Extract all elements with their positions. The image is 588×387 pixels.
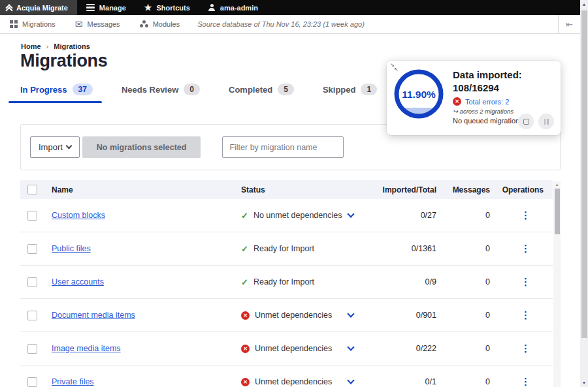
acquia-migrate-app: Acquia Migrate Manage ★ Shortcuts ama-ad… bbox=[0, 0, 588, 387]
collapse-handle-icon[interactable]: ↘↖ bbox=[390, 63, 400, 73]
tab-skipped[interactable]: Skipped 1 bbox=[323, 84, 377, 103]
toolbar-collapse-button[interactable]: ⇤ bbox=[558, 15, 580, 34]
nav-migrations[interactable]: Migrations bbox=[0, 20, 65, 28]
stop-button[interactable] bbox=[518, 114, 534, 129]
total-errors-link[interactable]: Total errors: 2 bbox=[465, 98, 509, 106]
table-scrollbar-thumb[interactable] bbox=[555, 189, 560, 234]
messages-count: 0 bbox=[440, 211, 494, 220]
table-row: Private files ✓ ✕ Unmet dependencies 0/1… bbox=[20, 365, 553, 387]
shortcuts-menu[interactable]: ★ Shortcuts bbox=[135, 0, 199, 15]
imported-total-value: 0/222 bbox=[372, 344, 440, 353]
messages-count: 0 bbox=[440, 277, 494, 286]
breadcrumb-current: Migrations bbox=[54, 42, 90, 50]
row-checkbox[interactable] bbox=[27, 277, 37, 287]
migrations-table: Name Status Imported/Total Messages Oper… bbox=[20, 180, 561, 387]
migration-name-link[interactable]: Private files bbox=[52, 377, 94, 386]
pause-button[interactable] bbox=[538, 114, 554, 129]
migration-name-link[interactable]: Public files bbox=[52, 244, 91, 253]
row-checkbox[interactable] bbox=[27, 344, 37, 354]
table-scrollbar[interactable]: ▲ bbox=[553, 181, 561, 387]
import-progress-popup: ↘↖ 11.90% Data imported: 108/16294 ✕ Tot… bbox=[387, 61, 561, 135]
tab-needs-review[interactable]: Needs Review 0 bbox=[122, 84, 200, 103]
row-checkbox[interactable] bbox=[27, 377, 37, 387]
imported-total-value: 0/1361 bbox=[372, 244, 440, 253]
row-checkbox[interactable] bbox=[27, 244, 37, 254]
header-imported-total: Imported/Total bbox=[372, 185, 440, 194]
migration-filter-input[interactable] bbox=[222, 136, 344, 158]
scroll-up-icon[interactable]: ▲ bbox=[553, 183, 561, 187]
table-row: Public files ✓ ✕ Ready for Import 0/1361… bbox=[20, 232, 553, 266]
stop-icon bbox=[523, 119, 529, 125]
tab-count-badge: 0 bbox=[184, 84, 200, 95]
messages-count: 0 bbox=[440, 344, 494, 353]
migration-name-link[interactable]: User accounts bbox=[52, 277, 104, 286]
tab-count-badge: 5 bbox=[278, 84, 294, 95]
envelope-icon: ✉ bbox=[75, 20, 83, 29]
success-check-icon: ✓ bbox=[241, 244, 248, 254]
operations-menu-button[interactable]: ⋮ bbox=[494, 344, 553, 353]
row-checkbox[interactable] bbox=[27, 311, 37, 320]
scroll-up-icon[interactable]: ▲ bbox=[580, 2, 588, 7]
secondary-toolbar: Migrations ✉ Messages Modules Source dat… bbox=[0, 15, 580, 34]
tab-label: Completed bbox=[229, 85, 272, 95]
migration-name-link[interactable]: Image media items bbox=[52, 344, 121, 353]
modules-icon bbox=[140, 20, 148, 28]
tab-count-badge: 37 bbox=[73, 84, 93, 95]
selection-status-button: No migrations selected bbox=[82, 136, 201, 158]
tab-label: Needs Review bbox=[122, 85, 178, 95]
source-database-note: Source database of Thu Nov 16, 23:23 (1 … bbox=[197, 20, 365, 28]
status-text: Unmet dependencies bbox=[255, 311, 332, 320]
pause-icon bbox=[544, 119, 549, 125]
nav-messages-label: Messages bbox=[87, 20, 120, 28]
table-row: Custom blocks ✓ ✕ No unmet dependencies … bbox=[20, 199, 553, 232]
migration-name-link[interactable]: Document media items bbox=[52, 311, 135, 320]
imported-total-value: 0/9 bbox=[372, 277, 440, 286]
expand-chevron-icon[interactable] bbox=[347, 210, 354, 217]
messages-count: 0 bbox=[440, 311, 494, 320]
user-menu[interactable]: ama-admin bbox=[199, 0, 267, 15]
table-row: Document media items ✓ ✕ Unmet dependenc… bbox=[20, 299, 553, 332]
progress-percent: 11.90% bbox=[402, 89, 436, 100]
status-text: Unmet dependencies bbox=[255, 344, 332, 353]
operations-menu-button[interactable]: ⋮ bbox=[494, 244, 553, 253]
breadcrumb-home[interactable]: Home bbox=[21, 42, 41, 50]
nav-modules[interactable]: Modules bbox=[130, 20, 190, 28]
operations-menu-button[interactable]: ⋮ bbox=[494, 377, 553, 386]
expand-chevron-icon[interactable] bbox=[347, 377, 354, 384]
row-checkbox[interactable] bbox=[27, 211, 37, 221]
operations-menu-button[interactable]: ⋮ bbox=[494, 211, 553, 220]
nav-messages[interactable]: ✉ Messages bbox=[65, 20, 130, 29]
tab-completed[interactable]: Completed 5 bbox=[229, 84, 294, 103]
tab-in-progress[interactable]: In Progress 37 bbox=[20, 84, 93, 103]
operations-menu-button[interactable]: ⋮ bbox=[494, 277, 553, 286]
migration-name-link[interactable]: Custom blocks bbox=[52, 211, 105, 220]
status-text: Unmet dependencies bbox=[255, 377, 332, 386]
page-scrollbar-thumb[interactable] bbox=[581, 10, 587, 338]
import-dropdown-button[interactable]: Import bbox=[30, 136, 80, 158]
expand-chevron-icon[interactable] bbox=[347, 310, 354, 317]
header-messages: Messages bbox=[440, 185, 494, 194]
table-row: Image media items ✓ ✕ Unmet dependencies… bbox=[20, 332, 553, 365]
admin-toolbar: Acquia Migrate Manage ★ Shortcuts ama-ad… bbox=[0, 0, 580, 15]
page-scrollbar[interactable]: ▲ ▼ bbox=[580, 0, 588, 387]
success-check-icon: ✓ bbox=[241, 277, 248, 287]
expand-chevron-icon[interactable] bbox=[347, 343, 354, 350]
nav-modules-label: Modules bbox=[153, 20, 180, 28]
hamburger-icon bbox=[86, 4, 95, 12]
tab-count-badge: 1 bbox=[361, 84, 377, 95]
brand-acquia-migrate[interactable]: Acquia Migrate bbox=[0, 0, 77, 15]
grid-icon bbox=[10, 20, 13, 23]
messages-count: 0 bbox=[440, 377, 494, 386]
manage-label: Manage bbox=[99, 4, 126, 12]
chevron-down-icon bbox=[65, 143, 72, 149]
manage-menu[interactable]: Manage bbox=[77, 0, 135, 15]
import-label: Import bbox=[39, 142, 63, 152]
data-imported-value: 108/16294 bbox=[453, 82, 553, 95]
status-text: No unmet dependencies bbox=[253, 211, 342, 220]
operations-menu-button[interactable]: ⋮ bbox=[494, 311, 553, 320]
total-errors-icon: ✕ bbox=[453, 97, 461, 106]
select-all-checkbox[interactable] bbox=[27, 185, 37, 194]
scroll-down-icon[interactable]: ▼ bbox=[580, 380, 588, 385]
header-name: Name bbox=[52, 185, 241, 194]
nav-migrations-label: Migrations bbox=[22, 20, 56, 28]
